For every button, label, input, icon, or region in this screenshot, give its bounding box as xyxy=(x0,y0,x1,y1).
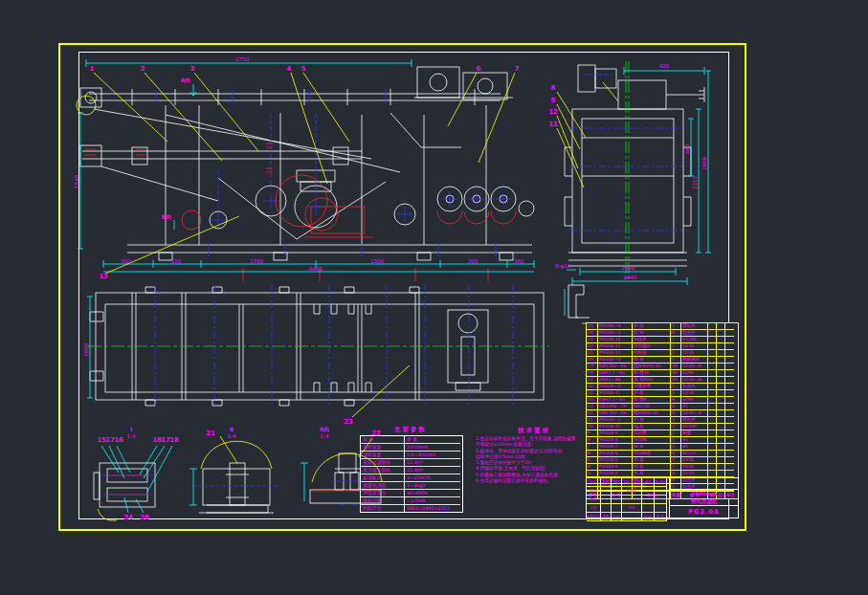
table-cell xyxy=(717,404,725,410)
table-cell: 项 目 xyxy=(361,436,405,444)
technical-notes-title: 技术要求 xyxy=(476,427,592,435)
table-row: 絮凝剂消耗2~4kg/t xyxy=(361,482,462,490)
cad-canvas[interactable]: 1 2 3 4 5 6 7 13 A向 B向 2750 1540 600 150… xyxy=(0,0,868,595)
table-cell xyxy=(708,444,717,451)
section-scale-label: 1:4 xyxy=(228,433,236,439)
table-cell xyxy=(708,343,717,350)
dimension-label: 2868 xyxy=(701,157,707,170)
table-cell xyxy=(717,430,725,437)
section-scale-label: 1:4 xyxy=(321,433,329,439)
title-block-signature-grid: 标记处数分区更改文件号签名年月日设计标准化审核工艺批准阶段标记质量比例共 张第 … xyxy=(587,478,670,518)
table-cell: 11.4m² xyxy=(405,467,460,474)
table-cell: Q235 xyxy=(681,457,708,464)
table-cell: 19 xyxy=(587,364,598,370)
table-row: 11PG50A—1机 体1焊接件 xyxy=(587,417,738,424)
table-cell: 48 xyxy=(671,370,681,377)
table-cell xyxy=(717,424,725,430)
balloon-label: 1 xyxy=(90,65,95,73)
table-cell: 滤带宽度 xyxy=(361,444,405,452)
table-row: 24PG50A—3托 辊4组合件 xyxy=(587,330,738,337)
table-cell xyxy=(708,437,717,444)
table-row: 19GB5782—86螺栓M10×3524Q235—A xyxy=(587,364,738,370)
table-cell: 键8×35 xyxy=(633,404,671,410)
table-row: 审核 xyxy=(587,496,669,504)
table-cell: 端 盖 xyxy=(633,424,671,430)
table-row: 12GB5782—86螺栓M8×304Q235—A xyxy=(587,410,738,417)
bracket-detail-drawing xyxy=(563,281,595,327)
table-cell: 45 xyxy=(681,444,708,451)
table-cell: 冲洗水压力 xyxy=(361,490,405,497)
table-cell: GB5782—86 xyxy=(598,364,633,370)
table-row: 工艺批准 xyxy=(587,504,669,513)
dimension-label: 360 xyxy=(514,258,524,264)
balloon-label: 11 xyxy=(548,121,558,128)
table-cell xyxy=(725,430,734,437)
table-cell xyxy=(725,337,734,343)
table-cell: 工艺 xyxy=(587,504,601,513)
table-row: 6PG50A·6滚动轴承4GCr15 xyxy=(587,451,738,457)
table-cell: 分区 xyxy=(612,478,622,487)
table-row: 14GB97.1—85垫 圈8465Mn xyxy=(587,397,738,404)
side-view-leader-lines xyxy=(77,73,515,274)
table-cell xyxy=(612,496,622,504)
table-cell xyxy=(642,504,655,513)
table-cell: 2 xyxy=(671,457,681,464)
balloon-label: 5 xyxy=(301,65,306,73)
table-cell: Q235 xyxy=(681,471,708,477)
dimension-label: 1540 xyxy=(74,175,79,188)
table-cell: 机 架 xyxy=(633,323,671,330)
parameters-table: 项 目参 数滤带宽度2000mm滤带速度0.6~4m/min有效过滤面积13.4… xyxy=(360,435,463,513)
dimension-label: 6462 xyxy=(309,266,323,272)
table-cell: 1 xyxy=(671,350,681,357)
table-cell: HT200 xyxy=(681,424,708,430)
table-cell: 23 xyxy=(587,337,598,343)
table-cell: 2~4kg/t xyxy=(405,482,460,490)
detail-centerlines xyxy=(103,475,364,505)
table-cell xyxy=(708,464,717,471)
table-cell xyxy=(717,323,725,330)
table-cell: Q235 xyxy=(681,350,708,357)
balloon-label: 12 xyxy=(548,108,558,116)
balloon-label: 7 xyxy=(515,65,520,73)
table-cell: 螺 母M10 xyxy=(633,377,671,384)
bom-table: 25PG50A—4机 架1焊接件24PG50A—3托 辊4组合件23PG50A·… xyxy=(586,322,739,499)
table-cell: 第 张 xyxy=(655,513,667,521)
table-cell: PG50A—3 xyxy=(598,330,633,337)
dimension-label: 300 xyxy=(468,258,479,264)
table-cell: 7 xyxy=(587,444,598,451)
table-cell: 11 xyxy=(587,417,598,424)
table-row: 9PG50A·9密封圈2橡胶 xyxy=(587,430,738,437)
table-cell: 2 xyxy=(671,464,681,471)
table-cell: 15 xyxy=(587,390,598,397)
table-cell xyxy=(717,444,725,451)
table-cell: 2 xyxy=(671,390,681,397)
table-cell: PG50A·12 xyxy=(598,350,633,357)
table-cell xyxy=(642,487,655,496)
table-cell: PG50A·3 xyxy=(598,471,633,477)
table-cell: 24 xyxy=(671,364,681,370)
table-cell xyxy=(725,404,734,410)
table-cell xyxy=(708,397,717,404)
table-row: 阶段标记质量比例共 张第 张 xyxy=(587,513,669,521)
table-cell xyxy=(725,471,734,477)
table-cell: 4 xyxy=(671,397,681,404)
end-view-linework xyxy=(565,65,704,266)
table-cell: 聚酯网带 xyxy=(681,357,708,364)
balloon-label: 18 xyxy=(169,436,179,444)
table-cell xyxy=(622,513,642,521)
table-cell: 6 xyxy=(587,451,598,457)
table-cell: 1 xyxy=(671,343,681,350)
table-row: 20PG50A—2滤 带1聚酯网带 xyxy=(587,357,738,364)
table-row: 有效过滤面积13.4m² xyxy=(361,459,462,467)
table-cell xyxy=(622,496,642,504)
table-row: 15PG50A·11护 板2Q235 xyxy=(587,390,738,397)
table-row: 16PG50A—5张紧装置1组合件 xyxy=(587,384,738,390)
table-cell xyxy=(725,437,734,444)
table-cell: 垫 圈10 xyxy=(633,370,671,377)
table-row: 5PG50A·5托 架2Q235 xyxy=(587,457,738,464)
table-cell xyxy=(725,417,734,424)
table-cell xyxy=(717,364,725,370)
table-cell: 10 xyxy=(587,424,598,430)
balloon-label: 6 xyxy=(477,65,481,73)
table-cell: Q235 xyxy=(681,390,708,397)
